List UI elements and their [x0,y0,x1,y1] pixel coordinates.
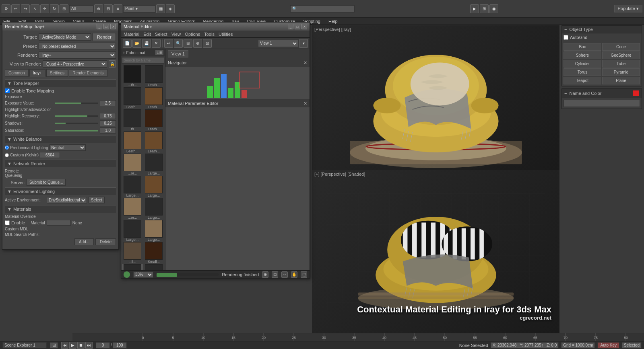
tab-common[interactable]: Common [5,69,29,77]
mat-item-9[interactable]: Large... [143,154,164,175]
rotate-icon[interactable]: ↻ [50,4,59,13]
mat-item-2[interactable]: Leath... [122,87,143,109]
frame-input[interactable] [96,342,110,349]
minimize-button[interactable]: _ [97,24,102,29]
me-search-icon[interactable]: 🔍 [174,39,183,48]
mat-item-0[interactable]: ...th... [122,65,143,87]
obj-torus-button[interactable]: Torus [564,68,601,76]
enable-checkbox[interactable] [5,220,10,225]
mat-bottom-icon-2[interactable]: ⊡ [272,271,278,278]
enable-tone-mapping-checkbox[interactable] [5,88,10,93]
saturation-slider[interactable] [55,130,98,131]
mat-item-11[interactable]: Large... [143,176,164,197]
mat-item-7[interactable]: Leath... [143,131,164,153]
custom-kelvin-radio[interactable] [5,153,9,157]
view1-tab[interactable]: View 1 [168,50,188,57]
env-lighting-section[interactable]: ▼ Environment Lighting [5,187,116,195]
zoom-select[interactable]: 33% [133,271,153,278]
next-frame-button[interactable]: ⏭ [85,342,93,349]
mat-item-14[interactable]: Large... [122,220,143,242]
obj-cylinder-button[interactable]: Cylinder [564,60,601,68]
mat-item-3[interactable]: Leath... [143,87,164,109]
me-layout-icon[interactable]: ⊞ [184,39,192,48]
select-icon[interactable]: ↖ [31,4,39,13]
obj-pyramid-button[interactable]: Pyramid [602,68,640,76]
align-icon[interactable]: ≡ [114,4,122,13]
render-setup-titlebar[interactable]: Render Setup: Iray+ _ □ ✕ [2,23,118,31]
scale-icon[interactable]: ⊞ [60,4,68,13]
me-undo-icon[interactable]: ↩ [164,39,173,48]
renderer-dropdown[interactable]: Iray+ [39,51,116,59]
me-open-icon[interactable]: 📂 [132,39,141,48]
view-dropdown[interactable]: Point ▾ [123,5,155,12]
exposure-slider[interactable] [55,103,98,104]
white-balance-section[interactable]: ▼ White Balance [5,135,116,143]
me-zoom-icon[interactable]: ⊕ [193,39,202,48]
browser-search[interactable] [122,57,164,64]
tab-settings[interactable]: Settings [46,69,68,77]
material-editor-titlebar[interactable]: Material Editor _ □ ✕ [121,23,310,31]
mat-item-12[interactable]: ...or... [122,198,143,220]
shadows-val[interactable]: 0.25 [100,120,116,126]
mat-item-4[interactable]: ...th... [122,109,143,131]
obj-plane-button[interactable]: Plane [602,77,640,84]
tab-iray[interactable]: Iray+ [29,69,46,77]
prev-frame-button[interactable]: ⏮ [61,342,68,349]
network-render-section[interactable]: ▼ Network Render [5,160,116,167]
navigator-close-icon[interactable]: ✕ [303,60,307,66]
mat-bottom-icon-5[interactable]: ⬚ [301,271,307,278]
mirror-icon[interactable]: ⊟ [104,4,113,13]
redo-icon[interactable]: ↪ [21,4,30,13]
delete-button[interactable]: Delete [95,238,116,245]
obj-tube-button[interactable]: Tube [602,60,640,68]
play-button[interactable]: ▶ [69,342,76,349]
neutral-dropdown[interactable]: Neutral [50,144,86,151]
me-new-icon[interactable]: 📄 [123,39,132,48]
mat-item-16[interactable]: ...ll... [122,242,143,264]
populate-button[interactable]: Populate ▾ [614,5,642,12]
menu-help[interactable]: Help [327,18,339,25]
mat-item-5[interactable]: Leath... [143,109,164,131]
tab-render-elements[interactable]: Render Elements [69,69,107,77]
close-button[interactable]: ✕ [110,24,116,29]
selection-filter[interactable]: All [69,5,93,12]
me-options-icon[interactable]: ▾ [299,39,308,48]
active-env-dropdown[interactable]: EnvStudioNeutral [47,197,87,203]
mat-item-17[interactable]: Small... [143,242,164,264]
materials-section[interactable]: ▼ Materials [5,205,116,213]
obj-sphere-button[interactable]: Sphere [564,51,601,59]
me-menu-options[interactable]: Options [185,32,200,37]
file-icon[interactable]: ⚙ [2,4,10,13]
target-dropdown[interactable]: ActiveShade Mode [39,33,91,41]
exposure-value[interactable]: 2.5 [100,100,116,106]
me-menu-material[interactable]: Material [124,32,139,37]
scene-explorer[interactable]: Scene Explorer 1 [2,342,47,348]
me-fit-icon[interactable]: ⊡ [203,39,212,48]
submit-to-queue-button[interactable]: Submit to Queue... [27,179,66,186]
me-delete-icon[interactable]: ✕ [152,39,161,48]
mat-item-10[interactable]: Large... [122,176,143,197]
predominant-lighting-radio[interactable] [5,146,9,150]
shadows-slider[interactable] [55,123,98,124]
mat-item-1[interactable]: Leath... [143,65,164,87]
undo-icon[interactable]: ↩ [11,4,20,13]
render-button[interactable]: Render [93,33,116,41]
snap-icon[interactable]: ⊕ [94,4,103,13]
mat-minimize-button[interactable]: _ [288,24,293,29]
me-menu-utilities[interactable]: Utilities [219,32,233,37]
material-input[interactable] [47,220,71,226]
saturation-val[interactable]: 1.0 [100,127,116,133]
color-swatch[interactable] [633,90,639,96]
move-icon[interactable]: ✛ [40,4,49,13]
mat-bottom-icon-1[interactable]: ⊕ [262,271,268,278]
me-menu-view[interactable]: View [171,32,181,37]
obj-geosphere-button[interactable]: GeoSphere [602,51,640,59]
view-select[interactable]: View 1 [258,40,298,47]
mat-bottom-icon-4[interactable]: ✋ [291,271,297,278]
name-input[interactable] [564,100,640,107]
mat-item-15[interactable]: Large... [143,220,164,242]
material-icon[interactable]: ◈ [166,4,175,13]
search-bar[interactable]: 🔍 [290,5,355,12]
custom-kelvin-input[interactable]: 6504 [40,152,60,158]
stop-button[interactable]: ⏹ [77,342,85,349]
